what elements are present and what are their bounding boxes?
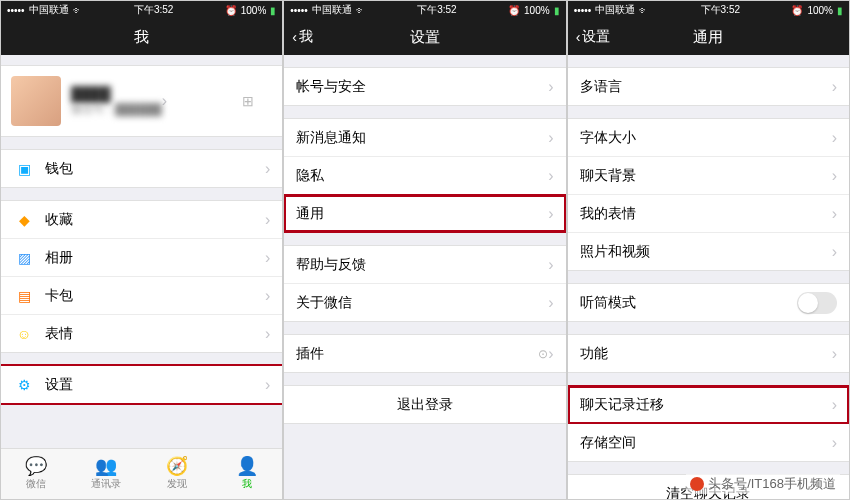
chevron-icon: › xyxy=(832,78,837,96)
tab-contacts[interactable]: 👥通讯录 xyxy=(71,449,141,499)
profile-name: ████ xyxy=(71,86,162,102)
general-row[interactable]: 通用› xyxy=(284,195,565,232)
screen-general: •••••中国联通ᯤ 下午3:52 ⏰100%▮ ‹设置 通用 多语言› 字体大… xyxy=(567,0,850,500)
storage-row[interactable]: 存储空间› xyxy=(568,424,849,461)
album-icon: ▨ xyxy=(13,247,35,269)
media-row[interactable]: 照片和视频› xyxy=(568,233,849,270)
stickers-row[interactable]: ☺ 表情 › xyxy=(1,315,282,352)
cards-icon: ▤ xyxy=(13,285,35,307)
earphone-row[interactable]: 听筒模式 xyxy=(568,284,849,321)
migrate-row[interactable]: 聊天记录迁移› xyxy=(568,386,849,424)
tab-bar: 💬微信 👥通讯录 🧭发现 👤我 xyxy=(1,448,282,499)
favorites-label: 收藏 xyxy=(45,211,265,229)
favorites-row[interactable]: ◆ 收藏 › xyxy=(1,201,282,239)
qr-icon: ⊞ xyxy=(242,93,254,109)
chevron-icon: › xyxy=(832,205,837,223)
alarm-icon: ⏰ xyxy=(791,5,803,16)
settings-row[interactable]: ⚙ 设置 › xyxy=(1,366,282,403)
me-icon: 👤 xyxy=(236,457,258,475)
clock-icon: ⊙ xyxy=(538,347,548,361)
chevron-icon: › xyxy=(832,434,837,452)
language-row[interactable]: 多语言› xyxy=(568,68,849,105)
chevron-icon: › xyxy=(548,345,553,363)
account-row[interactable]: 帐号与安全› xyxy=(284,68,565,105)
carrier-label: 中国联通 xyxy=(29,3,69,17)
fontsize-row[interactable]: 字体大小› xyxy=(568,119,849,157)
avatar xyxy=(11,76,61,126)
status-bar: •••••中国联通ᯤ 下午3:52 ⏰100%▮ xyxy=(568,1,849,19)
battery-icon: ▮ xyxy=(270,5,276,16)
discover-icon: 🧭 xyxy=(166,457,188,475)
privacy-row[interactable]: 隐私› xyxy=(284,157,565,195)
time-label: 下午3:52 xyxy=(134,3,173,17)
profile-id: 微信号：██████ xyxy=(71,102,162,117)
page-title: 通用 xyxy=(693,28,723,47)
chevron-icon: › xyxy=(265,325,270,343)
about-row[interactable]: 关于微信› xyxy=(284,284,565,321)
alarm-icon: ⏰ xyxy=(508,5,520,16)
favorites-icon: ◆ xyxy=(13,209,35,231)
nav-bar: 我 xyxy=(1,19,282,55)
status-bar: •••••中国联通ᯤ 下午3:52 ⏰100%▮ xyxy=(284,1,565,19)
cards-row[interactable]: ▤ 卡包 › xyxy=(1,277,282,315)
tab-discover[interactable]: 🧭发现 xyxy=(142,449,212,499)
signal-icon: ••••• xyxy=(7,5,25,16)
chevron-icon: › xyxy=(548,294,553,312)
chevron-icon: › xyxy=(548,78,553,96)
chevron-icon: › xyxy=(832,129,837,147)
chevron-icon: › xyxy=(265,376,270,394)
back-button[interactable]: ‹我 xyxy=(292,28,313,46)
nav-bar: ‹我 设置 xyxy=(284,19,565,55)
tab-me[interactable]: 👤我 xyxy=(212,449,282,499)
gear-icon: ⚙ xyxy=(13,374,35,396)
chevron-icon: › xyxy=(548,205,553,223)
wifi-icon: ᯤ xyxy=(639,5,649,16)
nav-bar: ‹设置 通用 xyxy=(568,19,849,55)
page-title: 我 xyxy=(134,28,149,47)
chatbg-row[interactable]: 聊天背景› xyxy=(568,157,849,195)
stickers-label: 表情 xyxy=(45,325,265,343)
settings-label: 设置 xyxy=(45,376,265,394)
chevron-icon: › xyxy=(832,345,837,363)
chevron-icon: › xyxy=(265,287,270,305)
page-title: 设置 xyxy=(410,28,440,47)
mystickers-row[interactable]: 我的表情› xyxy=(568,195,849,233)
chevron-icon: › xyxy=(265,211,270,229)
contacts-icon: 👥 xyxy=(95,457,117,475)
help-row[interactable]: 帮助与反馈› xyxy=(284,246,565,284)
wifi-icon: ᯤ xyxy=(73,5,83,16)
chevron-icon: › xyxy=(162,92,167,110)
features-row[interactable]: 功能› xyxy=(568,335,849,372)
chevron-icon: › xyxy=(548,129,553,147)
signal-icon: ••••• xyxy=(290,5,308,16)
chevron-left-icon: ‹ xyxy=(576,29,581,45)
cards-label: 卡包 xyxy=(45,287,265,305)
chevron-icon: › xyxy=(832,167,837,185)
battery-icon: ▮ xyxy=(837,5,843,16)
watermark-icon xyxy=(690,477,704,491)
chevron-icon: › xyxy=(548,167,553,185)
screen-me: ••••• 中国联通 ᯤ 下午3:52 ⏰ 100% ▮ 我 ████ 微信号：… xyxy=(0,0,283,500)
plugin-row[interactable]: 插件⊙› xyxy=(284,335,565,372)
battery-label: 100% xyxy=(241,5,267,16)
chevron-icon: › xyxy=(265,160,270,178)
notify-row[interactable]: 新消息通知› xyxy=(284,119,565,157)
chevron-icon: › xyxy=(548,256,553,274)
chevron-left-icon: ‹ xyxy=(292,29,297,45)
tab-wechat[interactable]: 💬微信 xyxy=(1,449,71,499)
album-row[interactable]: ▨ 相册 › xyxy=(1,239,282,277)
alarm-icon: ⏰ xyxy=(225,5,237,16)
status-bar: ••••• 中国联通 ᯤ 下午3:52 ⏰ 100% ▮ xyxy=(1,1,282,19)
chevron-icon: › xyxy=(265,249,270,267)
wallet-row[interactable]: ▣ 钱包 › xyxy=(1,150,282,187)
battery-icon: ▮ xyxy=(554,5,560,16)
logout-button[interactable]: 退出登录 xyxy=(284,386,565,423)
profile-row[interactable]: ████ 微信号：██████ ⊞ › xyxy=(1,65,282,137)
chat-icon: 💬 xyxy=(25,457,47,475)
wallet-label: 钱包 xyxy=(45,160,265,178)
back-button[interactable]: ‹设置 xyxy=(576,28,611,46)
chevron-icon: › xyxy=(832,396,837,414)
wifi-icon: ᯤ xyxy=(356,5,366,16)
earphone-switch[interactable] xyxy=(797,292,837,314)
album-label: 相册 xyxy=(45,249,265,267)
